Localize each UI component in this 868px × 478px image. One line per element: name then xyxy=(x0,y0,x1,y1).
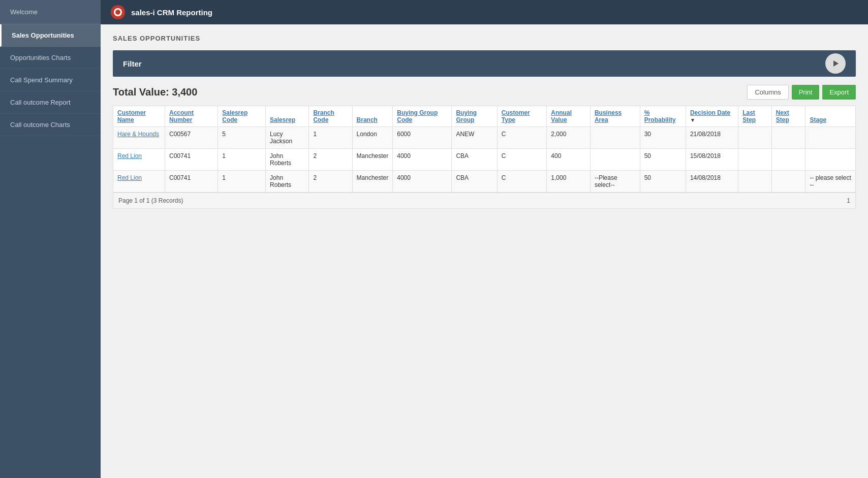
table-row: Red LionC007411John Roberts2Manchester40… xyxy=(113,171,856,193)
main-area: sales-i CRM Reporting SALES OPPORTUNITIE… xyxy=(101,0,868,478)
filter-toggle-button[interactable] xyxy=(825,53,846,74)
table-row: Hare & HoundsC005675Lucy Jackson1London6… xyxy=(113,127,856,149)
cell-probability: 50 xyxy=(640,149,686,171)
cell-buying_group: ANEW xyxy=(452,127,497,149)
sidebar-item-label: Welcome xyxy=(10,8,38,16)
col-decision-date[interactable]: Decision Date ▼ xyxy=(686,106,738,127)
cell-stage xyxy=(805,127,856,149)
sidebar-item-label: Call outcome Report xyxy=(10,99,71,106)
sidebar-item-label: Call outcome Charts xyxy=(10,121,70,129)
cell-next_step xyxy=(771,127,805,149)
cell-decision_date: 15/08/2018 xyxy=(686,149,738,171)
sidebar-item-label: Sales Opportunities xyxy=(12,31,74,39)
cell-stage xyxy=(805,149,856,171)
cell-account_number: C00741 xyxy=(165,149,218,171)
cell-probability: 30 xyxy=(640,127,686,149)
cell-annual_value: 400 xyxy=(547,149,591,171)
toolbar-buttons: Columns Print Export xyxy=(747,85,856,100)
cell-customer_type: C xyxy=(497,127,547,149)
app-logo xyxy=(111,5,125,19)
col-salesrep[interactable]: Salesrep xyxy=(266,106,309,127)
cell-annual_value: 2,000 xyxy=(547,127,591,149)
cell-business_area xyxy=(590,149,640,171)
cell-account_number: C00567 xyxy=(165,127,218,149)
page-title: SALES OPPORTUNITIES xyxy=(113,35,856,42)
cell-probability: 50 xyxy=(640,171,686,193)
col-business-area[interactable]: Business Area xyxy=(590,106,640,127)
customer-name-link[interactable]: Red Lion xyxy=(117,174,142,181)
col-probability[interactable]: % Probability xyxy=(640,106,686,127)
cell-decision_date: 21/08/2018 xyxy=(686,127,738,149)
col-stage[interactable]: Stage xyxy=(805,106,856,127)
sidebar-item-call-outcome-report[interactable]: Call outcome Report xyxy=(0,91,101,114)
print-button[interactable]: Print xyxy=(792,85,820,100)
sidebar-item-call-outcome-charts[interactable]: Call outcome Charts xyxy=(0,114,101,136)
cell-branch: Manchester xyxy=(352,149,393,171)
col-branch-code[interactable]: Branch Code xyxy=(309,106,352,127)
cell-decision_date: 14/08/2018 xyxy=(686,171,738,193)
cell-salesrep_code: 1 xyxy=(218,149,266,171)
pagination-label: Page 1 of 1 (3 Records) xyxy=(118,197,183,204)
col-customer-name[interactable]: Customer Name xyxy=(113,106,165,127)
cell-buying_group_code: 6000 xyxy=(393,127,452,149)
customer-name-link[interactable]: Hare & Hounds xyxy=(117,131,159,138)
cell-annual_value: 1,000 xyxy=(547,171,591,193)
sidebar-item-call-spend-summary[interactable]: Call Spend Summary xyxy=(0,69,101,91)
cell-customer_name[interactable]: Red Lion xyxy=(113,149,165,171)
table-row: Red LionC007411John Roberts2Manchester40… xyxy=(113,149,856,171)
cell-buying_group: CBA xyxy=(452,171,497,193)
col-buying-group-code[interactable]: Buying Group Code xyxy=(393,106,452,127)
sidebar-item-opportunities-charts[interactable]: Opportunities Charts xyxy=(0,47,101,69)
cell-branch: Manchester xyxy=(352,171,393,193)
svg-point-2 xyxy=(115,10,120,15)
play-icon xyxy=(831,59,840,68)
cell-branch_code: 1 xyxy=(309,127,352,149)
cell-next_step xyxy=(771,149,805,171)
customer-name-link[interactable]: Red Lion xyxy=(117,152,142,160)
col-next-step[interactable]: Next Step xyxy=(771,106,805,127)
sidebar: Welcome Sales Opportunities Opportunitie… xyxy=(0,0,101,478)
topbar: sales-i CRM Reporting xyxy=(101,0,868,24)
col-buying-group[interactable]: Buying Group xyxy=(452,106,497,127)
total-value-row: Total Value: 3,400 Columns Print Export xyxy=(113,85,856,100)
filter-bar: Filter xyxy=(113,50,856,77)
cell-salesrep_code: 5 xyxy=(218,127,266,149)
pagination-page: 1 xyxy=(847,197,850,204)
cell-account_number: C00741 xyxy=(165,171,218,193)
col-account-number[interactable]: Account Number xyxy=(165,106,218,127)
sidebar-item-welcome[interactable]: Welcome xyxy=(0,0,101,24)
pagination-row: Page 1 of 1 (3 Records) 1 xyxy=(113,193,856,209)
sidebar-item-label: Call Spend Summary xyxy=(10,76,73,84)
cell-stage: -- please select -- xyxy=(805,171,856,193)
svg-marker-3 xyxy=(833,60,839,67)
export-button[interactable]: Export xyxy=(822,85,856,100)
columns-button[interactable]: Columns xyxy=(747,85,788,100)
cell-customer_name[interactable]: Hare & Hounds xyxy=(113,127,165,149)
cell-customer_type: C xyxy=(497,171,547,193)
col-salesrep-code[interactable]: Salesrep Code xyxy=(218,106,266,127)
cell-last_step xyxy=(738,149,772,171)
cell-last_step xyxy=(738,171,772,193)
cell-salesrep_code: 1 xyxy=(218,171,266,193)
sidebar-item-sales-opportunities[interactable]: Sales Opportunities xyxy=(0,24,101,47)
sort-arrow-decision-date: ▼ xyxy=(690,117,695,123)
table-header-row: Customer Name Account Number Salesrep Co… xyxy=(113,106,856,127)
total-value-label: Total Value: 3,400 xyxy=(113,86,197,98)
col-customer-type[interactable]: Customer Type xyxy=(497,106,547,127)
col-last-step[interactable]: Last Step xyxy=(738,106,772,127)
cell-salesrep: John Roberts xyxy=(266,149,309,171)
cell-buying_group_code: 4000 xyxy=(393,149,452,171)
cell-buying_group: CBA xyxy=(452,149,497,171)
cell-branch_code: 2 xyxy=(309,149,352,171)
cell-business_area: --Please select-- xyxy=(590,171,640,193)
cell-last_step xyxy=(738,127,772,149)
cell-branch_code: 2 xyxy=(309,171,352,193)
content-area: SALES OPPORTUNITIES Filter Total Value: … xyxy=(101,24,868,478)
cell-customer_name[interactable]: Red Lion xyxy=(113,171,165,193)
app-title: sales-i CRM Reporting xyxy=(131,8,212,17)
cell-salesrep: Lucy Jackson xyxy=(266,127,309,149)
col-branch[interactable]: Branch xyxy=(352,106,393,127)
cell-next_step xyxy=(771,171,805,193)
sidebar-item-label: Opportunities Charts xyxy=(10,54,71,61)
col-annual-value[interactable]: Annual Value xyxy=(547,106,591,127)
